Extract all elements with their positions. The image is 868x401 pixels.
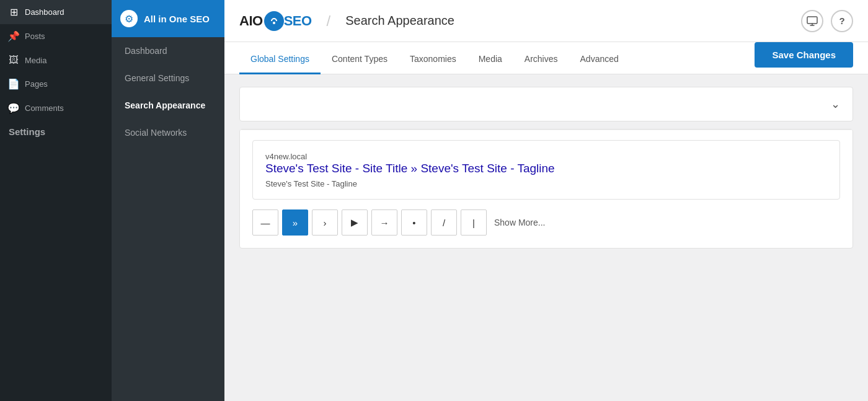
aioseo-nav-general-settings[interactable]: General Settings — [112, 64, 224, 92]
chevron-down-icon: ⌄ — [831, 97, 840, 111]
wp-admin-sidebar: ⊞ Dashboard 📌 Posts 🖼 Media 📄 Pages 💬 Co… — [0, 0, 112, 401]
tab-advanced[interactable]: Advanced — [569, 45, 630, 74]
posts-icon: 📌 — [7, 30, 20, 42]
aioseo-gear-icon: ⚙ — [120, 10, 138, 27]
toolbar-row: — » › ▶ → • — [252, 209, 840, 236]
svg-point-0 — [268, 15, 280, 27]
sidebar-item-posts[interactable]: 📌 Posts — [0, 24, 112, 48]
slash-label: / — [443, 218, 445, 228]
logo-aio-text: AIO — [239, 13, 263, 29]
comments-icon: 💬 — [7, 102, 20, 114]
aioseo-nav-social-networks[interactable]: Social Networks — [112, 119, 224, 146]
preview-description: Steve's Test Site - Tagline — [265, 179, 357, 188]
pages-icon: 📄 — [7, 78, 20, 90]
sidebar-item-label: Comments — [25, 104, 64, 113]
save-changes-button[interactable]: Save Changes — [755, 42, 853, 68]
toolbar-btn-bullet[interactable]: • — [401, 209, 427, 236]
svg-point-1 — [273, 22, 275, 24]
sidebar-item-dashboard[interactable]: ⊞ Dashboard — [0, 0, 112, 24]
aioseo-nav-dashboard[interactable]: Dashboard — [112, 37, 224, 64]
sidebar-item-label: Posts — [25, 32, 45, 41]
help-icon: ? — [839, 15, 844, 26]
triangle-label: ▶ — [351, 217, 358, 228]
tab-taxonomies[interactable]: Taxonomies — [399, 45, 467, 74]
aioseo-brand-label: All in One SEO — [144, 14, 210, 24]
toolbar-btn-arrow[interactable]: → — [371, 209, 397, 236]
settings-label: Settings — [0, 120, 112, 141]
header-left: AIO SEO / Search Appearance — [239, 11, 454, 31]
show-more-link[interactable]: Show More... — [494, 218, 545, 227]
logo-seo-icon — [264, 11, 284, 31]
toolbar-btn-triangle[interactable]: ▶ — [342, 209, 368, 236]
bullet-label: • — [412, 218, 415, 228]
logo-seo-text: SEO — [284, 13, 312, 29]
tab-content-types[interactable]: Content Types — [321, 45, 399, 74]
tab-global-settings[interactable]: Global Settings — [239, 45, 321, 74]
accordion-section-top: ⌄ — [239, 87, 853, 121]
pipe-label: | — [472, 218, 475, 228]
arrow-label: → — [380, 218, 389, 228]
sidebar-item-label: Pages — [25, 79, 48, 89]
toolbar-btn-pipe[interactable]: | — [461, 209, 487, 236]
accordion-body-preview: v4new.local Steve's Test Site - Site Tit… — [240, 130, 852, 248]
double-angle-label: » — [293, 218, 298, 228]
monitor-button[interactable] — [801, 10, 823, 32]
accordion-header-top[interactable]: ⌄ — [240, 87, 852, 121]
main-content: AIO SEO / Search Appearance — [224, 0, 868, 401]
sidebar-item-pages[interactable]: 📄 Pages — [0, 72, 112, 96]
aioseo-brand[interactable]: ⚙ All in One SEO — [112, 0, 224, 37]
top-header: AIO SEO / Search Appearance — [224, 0, 868, 42]
toolbar-btn-double-angle[interactable]: » — [282, 209, 308, 236]
help-button[interactable]: ? — [831, 10, 853, 32]
page-title: Search Appearance — [345, 14, 454, 28]
aioseo-logo: AIO SEO — [239, 11, 312, 31]
header-icons: ? — [801, 10, 853, 32]
aioseo-nav-search-appearance[interactable]: Search Appearance — [112, 92, 224, 119]
toolbar-btn-slash[interactable]: / — [431, 209, 457, 236]
tab-archives[interactable]: Archives — [513, 45, 569, 74]
sidebar-item-media[interactable]: 🖼 Media — [0, 48, 112, 72]
tab-media[interactable]: Media — [467, 45, 513, 74]
dashboard-icon: ⊞ — [7, 6, 20, 18]
preview-url: v4new.local — [265, 152, 307, 161]
content-area: ⌄ v4new.local Steve's Test Site - Site T… — [224, 74, 868, 401]
preview-card: v4new.local Steve's Test Site - Site Tit… — [252, 140, 840, 200]
em-dash-label: — — [261, 218, 270, 228]
toolbar-btn-em-dash[interactable]: — — [252, 209, 278, 236]
sidebar-item-label: Media — [25, 56, 46, 65]
aioseo-sidebar: ⚙ All in One SEO Dashboard General Setti… — [112, 0, 224, 401]
sidebar-item-comments[interactable]: 💬 Comments — [0, 96, 112, 120]
tabs-left: Global Settings Content Types Taxonomies… — [239, 45, 630, 74]
single-angle-label: › — [324, 218, 327, 228]
accordion-section-preview: v4new.local Steve's Test Site - Site Tit… — [239, 129, 853, 249]
media-icon: 🖼 — [7, 55, 20, 66]
tab-bar: Global Settings Content Types Taxonomies… — [224, 42, 868, 74]
svg-rect-2 — [807, 17, 817, 24]
toolbar-btn-single-angle[interactable]: › — [312, 209, 338, 236]
preview-title[interactable]: Steve's Test Site - Site Title » Steve's… — [265, 162, 827, 175]
header-divider: / — [327, 12, 331, 30]
sidebar-item-label: Dashboard — [25, 7, 64, 17]
